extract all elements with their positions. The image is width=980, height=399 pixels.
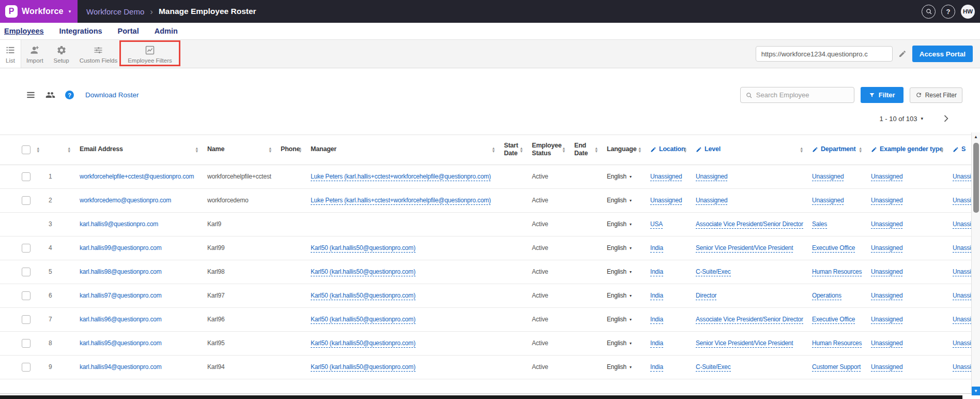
- sort-icon[interactable]: ▴▾: [269, 146, 271, 153]
- global-search-button[interactable]: [922, 5, 936, 19]
- s-col-field[interactable]: Unassigned: [953, 316, 971, 324]
- row-checkbox[interactable]: [22, 315, 30, 324]
- manager-link[interactable]: Luke Peters (karl.hallis+cctest+workforc…: [311, 197, 491, 205]
- language-dropdown[interactable]: English▾: [607, 339, 632, 347]
- gender-type-field[interactable]: Unassigned: [871, 292, 902, 300]
- select-all-checkbox[interactable]: [22, 145, 30, 154]
- row-checkbox[interactable]: [22, 244, 30, 253]
- department-field[interactable]: Customer Support: [812, 363, 861, 372]
- level-field[interactable]: C-Suite/Exec: [696, 268, 731, 276]
- row-checkbox[interactable]: [22, 291, 30, 300]
- sort-icon[interactable]: ▴▾: [638, 146, 641, 153]
- sort-icon[interactable]: ▴▾: [520, 146, 523, 153]
- gender-type-field[interactable]: Unassigned: [871, 339, 902, 348]
- level-field[interactable]: Director: [696, 292, 716, 300]
- level-field[interactable]: Unassigned: [696, 173, 727, 181]
- toolbar-custom-fields-button[interactable]: Custom Fields: [74, 40, 123, 68]
- manager-link[interactable]: Karl50 (karl.hallis50@questionpro.com): [311, 244, 416, 253]
- row-checkbox[interactable]: [22, 363, 30, 372]
- language-dropdown[interactable]: English▾: [607, 220, 632, 228]
- location-field[interactable]: India: [650, 339, 663, 348]
- column-header-level[interactable]: Level▴▾: [688, 135, 805, 165]
- row-checkbox[interactable]: [22, 196, 30, 205]
- email-link[interactable]: karl.hallis94@questionpro.com: [80, 363, 161, 371]
- next-page-button[interactable]: [941, 113, 951, 124]
- scroll-down-arrow-icon[interactable]: ▼: [972, 387, 980, 395]
- email-link[interactable]: karl.hallis97@questionpro.com: [80, 292, 161, 299]
- toolbar-list-button[interactable]: List: [0, 40, 21, 68]
- gender-type-field[interactable]: Unassigned: [871, 173, 902, 181]
- location-field[interactable]: India: [650, 363, 663, 372]
- gender-type-field[interactable]: Unassigned: [871, 316, 902, 324]
- sort-icon[interactable]: ▴▾: [562, 146, 565, 153]
- edit-column-icon[interactable]: [953, 146, 959, 153]
- workforce-product-menu[interactable]: P Workforce ▾: [0, 0, 78, 23]
- s-col-field[interactable]: Unassigned: [953, 268, 971, 276]
- row-checkbox[interactable]: [22, 339, 30, 348]
- sort-icon[interactable]: ▴▾: [492, 146, 495, 153]
- level-field[interactable]: C-Suite/Exec: [696, 363, 731, 372]
- gender-type-field[interactable]: Unassigned: [871, 197, 902, 205]
- email-link[interactable]: workforcehelpfile+cctest@questionpro.com: [80, 173, 194, 180]
- level-field[interactable]: Senior Vice President/Vice President: [696, 244, 793, 253]
- edit-portal-url-button[interactable]: [898, 50, 907, 58]
- download-roster-link[interactable]: Download Roster: [85, 91, 139, 99]
- location-field[interactable]: USA: [650, 220, 663, 229]
- user-avatar[interactable]: HW: [961, 5, 975, 19]
- department-field[interactable]: Human Resources: [812, 339, 862, 348]
- sort-icon[interactable]: ▴▾: [800, 146, 803, 153]
- sort-icon[interactable]: ▴▾: [37, 146, 39, 153]
- s-col-field[interactable]: Unassigned: [953, 244, 971, 253]
- manager-link[interactable]: Luke Peters (karl.hallis+cctest+workforc…: [311, 173, 491, 181]
- s-col-field[interactable]: Unassigned: [953, 220, 971, 229]
- location-field[interactable]: India: [650, 316, 663, 324]
- column-header-department[interactable]: Department▴▾: [805, 135, 864, 165]
- manager-link[interactable]: Karl50 (karl.hallis50@questionpro.com): [311, 316, 416, 324]
- edit-column-icon[interactable]: [871, 146, 877, 153]
- column-header-name[interactable]: Name▴▾: [200, 135, 273, 165]
- pagination-range-dropdown[interactable]: 1 - 10 of 103 ▾: [879, 115, 923, 123]
- reset-filter-button[interactable]: Reset Filter: [910, 87, 962, 103]
- level-field[interactable]: Unassigned: [696, 197, 727, 205]
- column-header-num[interactable]: ▴▾: [41, 135, 72, 165]
- language-dropdown[interactable]: English▾: [607, 268, 632, 275]
- toolbar-setup-button[interactable]: Setup: [49, 40, 74, 68]
- language-dropdown[interactable]: English▾: [607, 363, 632, 371]
- language-dropdown[interactable]: English▾: [607, 197, 632, 204]
- column-header-email[interactable]: Email Address▴▾: [72, 135, 200, 165]
- vertical-scrollbar-thumb[interactable]: [973, 143, 979, 213]
- manager-link[interactable]: Karl50 (karl.hallis50@questionpro.com): [311, 339, 416, 348]
- toolbar-employee-filters-button[interactable]: Employee Filters: [122, 40, 177, 68]
- language-dropdown[interactable]: English▾: [607, 244, 632, 252]
- sort-icon[interactable]: ▴▾: [941, 146, 943, 153]
- help-button[interactable]: ?: [941, 5, 955, 19]
- gender-type-field[interactable]: Unassigned: [871, 268, 902, 276]
- sort-icon[interactable]: ▴▾: [299, 146, 301, 153]
- s-col-field[interactable]: Unassigned: [953, 339, 971, 348]
- edit-column-icon[interactable]: [812, 146, 818, 153]
- s-col-field[interactable]: Unassigned: [953, 173, 971, 181]
- email-link[interactable]: karl.hallis96@questionpro.com: [80, 316, 161, 323]
- location-field[interactable]: India: [650, 268, 663, 276]
- tab-integrations[interactable]: Integrations: [59, 27, 102, 35]
- manager-link[interactable]: Karl50 (karl.hallis50@questionpro.com): [311, 363, 416, 372]
- department-field[interactable]: Unassigned: [812, 197, 844, 205]
- sort-icon[interactable]: ▴▾: [859, 146, 862, 153]
- language-dropdown[interactable]: English▾: [607, 173, 632, 180]
- row-checkbox[interactable]: [22, 172, 30, 181]
- column-header-location[interactable]: Location▴▾: [643, 135, 688, 165]
- sort-icon[interactable]: ▴▾: [595, 146, 598, 153]
- level-field[interactable]: Associate Vice President/Senior Director: [696, 316, 803, 324]
- edit-column-icon[interactable]: [696, 146, 702, 153]
- column-header-gender-type[interactable]: Example gender type▴▾: [864, 135, 945, 165]
- horizontal-scrollbar-thumb[interactable]: [0, 395, 962, 399]
- level-field[interactable]: Senior Vice President/Vice President: [696, 339, 793, 348]
- email-link[interactable]: karl.hallis95@questionpro.com: [80, 339, 161, 347]
- email-link[interactable]: karl.hallis99@questionpro.com: [80, 244, 161, 252]
- department-field[interactable]: Human Resources: [812, 268, 862, 276]
- department-field[interactable]: Executive Office: [812, 244, 855, 253]
- toolbar-import-button[interactable]: Import: [21, 40, 49, 68]
- location-field[interactable]: Unassigned: [650, 173, 682, 181]
- column-header-phone[interactable]: Phone▴▾: [273, 135, 303, 165]
- roster-help-icon[interactable]: ?: [65, 91, 74, 99]
